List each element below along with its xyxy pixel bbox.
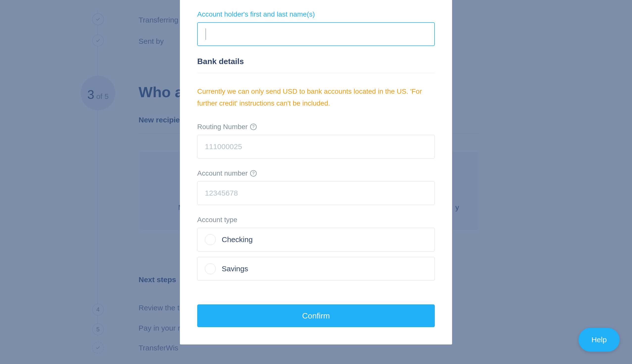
usd-warning-text: Currently we can only send USD to bank a…	[197, 86, 435, 109]
checking-label: Checking	[222, 236, 253, 244]
account-number-input[interactable]	[197, 181, 435, 205]
account-number-label: Account number ?	[197, 170, 435, 177]
account-type-savings[interactable]: Savings	[197, 257, 435, 281]
account-type-label: Account type	[197, 216, 435, 224]
routing-help-icon[interactable]: ?	[250, 124, 257, 130]
confirm-button[interactable]: Confirm	[197, 304, 435, 327]
account-number-label-text: Account number	[197, 170, 248, 177]
routing-number-label: Routing Number ?	[197, 123, 435, 131]
routing-number-input[interactable]	[197, 135, 435, 158]
recipient-modal: Account holder's first and last name(s) …	[180, 0, 452, 344]
radio-unchecked-icon	[205, 263, 216, 274]
text-cursor	[206, 28, 206, 40]
account-holder-name-label: Account holder's first and last name(s)	[197, 10, 435, 18]
radio-unchecked-icon	[205, 234, 216, 245]
routing-number-label-text: Routing Number	[197, 123, 248, 131]
account-holder-name-input[interactable]	[197, 22, 435, 46]
account-help-icon[interactable]: ?	[250, 170, 257, 176]
account-type-checking[interactable]: Checking	[197, 228, 435, 252]
savings-label: Savings	[222, 264, 248, 273]
bank-details-header: Bank details	[197, 57, 435, 73]
help-button[interactable]: Help	[578, 328, 620, 352]
